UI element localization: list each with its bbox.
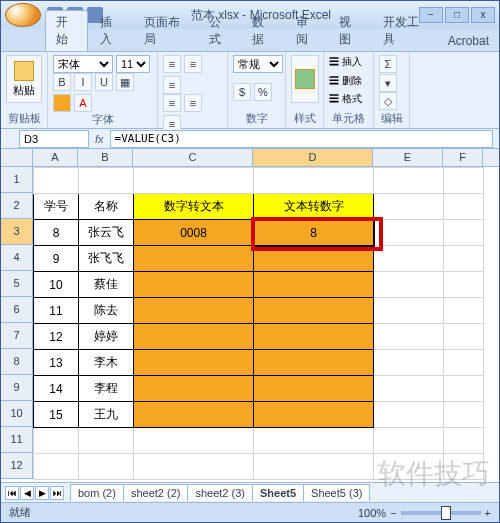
- row-header-8[interactable]: 8: [1, 349, 32, 375]
- cell-C12[interactable]: [134, 454, 254, 480]
- cell-C3[interactable]: 0008: [134, 220, 254, 246]
- fill-button[interactable]: ▾: [379, 74, 397, 92]
- autosum-button[interactable]: Σ: [379, 55, 397, 73]
- cell-F7[interactable]: [444, 324, 484, 350]
- cell-C11[interactable]: [134, 428, 254, 454]
- col-header-E[interactable]: E: [373, 149, 443, 166]
- sheet-tab-1[interactable]: sheet2 (2): [123, 484, 189, 501]
- cell-C9[interactable]: [134, 376, 254, 402]
- italic-button[interactable]: I: [74, 73, 92, 91]
- row-header-7[interactable]: 7: [1, 323, 32, 349]
- cell-F4[interactable]: [444, 246, 484, 272]
- sheet-tab-2[interactable]: sheet2 (3): [187, 484, 253, 501]
- cell-style-button[interactable]: [291, 55, 319, 103]
- cell-E5[interactable]: [374, 272, 444, 298]
- paste-button[interactable]: 粘贴: [6, 55, 42, 103]
- cell-D12[interactable]: [254, 454, 374, 480]
- cell-C5[interactable]: [134, 272, 254, 298]
- align-mid-button[interactable]: ≡: [184, 55, 202, 73]
- col-header-B[interactable]: B: [78, 149, 133, 166]
- col-header-A[interactable]: A: [33, 149, 78, 166]
- formula-input[interactable]: =VALUE(C3): [110, 130, 493, 148]
- maximize-button[interactable]: □: [445, 7, 469, 23]
- currency-button[interactable]: $: [233, 83, 251, 101]
- percent-button[interactable]: %: [254, 83, 272, 101]
- office-button[interactable]: [5, 3, 41, 27]
- cell-D9[interactable]: [254, 376, 374, 402]
- row-header-5[interactable]: 5: [1, 271, 32, 297]
- cell-F8[interactable]: [444, 350, 484, 376]
- cell-A10[interactable]: 15: [34, 402, 79, 428]
- cell-C2[interactable]: 数字转文本: [134, 194, 254, 220]
- cell-B8[interactable]: 李木: [79, 350, 134, 376]
- cell-F10[interactable]: [444, 402, 484, 428]
- cell-E7[interactable]: [374, 324, 444, 350]
- zoom-slider[interactable]: [401, 511, 481, 515]
- cell-D5[interactable]: [254, 272, 374, 298]
- col-header-D[interactable]: D: [253, 149, 373, 166]
- zoom-out-button[interactable]: −: [390, 507, 396, 519]
- ribbon-tab-6[interactable]: 视图: [329, 11, 370, 51]
- cell-E8[interactable]: [374, 350, 444, 376]
- worksheet-grid[interactable]: ABCDEF 123456789101112 学号名称数字转文本文本转数字8张云…: [1, 149, 499, 482]
- fill-color-button[interactable]: [53, 94, 71, 112]
- format-cells-button[interactable]: ☰ 格式: [329, 92, 368, 105]
- cell-E1[interactable]: [374, 168, 444, 194]
- cell-B6[interactable]: 陈去: [79, 298, 134, 324]
- cell-D3[interactable]: 8: [254, 220, 374, 246]
- cell-A1[interactable]: [34, 168, 79, 194]
- align-top-button[interactable]: ≡: [163, 55, 181, 73]
- ribbon-tab-3[interactable]: 公式: [199, 11, 240, 51]
- cell-E2[interactable]: [374, 194, 444, 220]
- ribbon-tab-8[interactable]: Acrobat: [438, 31, 499, 51]
- cell-E3[interactable]: [374, 220, 444, 246]
- cell-A4[interactable]: 9: [34, 246, 79, 272]
- cell-C1[interactable]: [134, 168, 254, 194]
- underline-button[interactable]: U: [95, 73, 113, 91]
- cell-D6[interactable]: [254, 298, 374, 324]
- cell-F11[interactable]: [444, 428, 484, 454]
- cell-B9[interactable]: 李程: [79, 376, 134, 402]
- cell-B4[interactable]: 张飞飞: [79, 246, 134, 272]
- cell-C6[interactable]: [134, 298, 254, 324]
- number-format-select[interactable]: 常规: [233, 55, 283, 73]
- cell-B5[interactable]: 蔡佳: [79, 272, 134, 298]
- sheet-nav-first[interactable]: ⏮: [5, 486, 19, 500]
- cell-E9[interactable]: [374, 376, 444, 402]
- cell-E10[interactable]: [374, 402, 444, 428]
- cell-C10[interactable]: [134, 402, 254, 428]
- align-center-button[interactable]: ≡: [184, 94, 202, 112]
- row-header-4[interactable]: 4: [1, 245, 32, 271]
- bold-button[interactable]: B: [53, 73, 71, 91]
- border-button[interactable]: ▦: [116, 73, 134, 91]
- ribbon-tab-4[interactable]: 数据: [242, 11, 283, 51]
- row-header-12[interactable]: 12: [1, 453, 32, 479]
- col-header-C[interactable]: C: [133, 149, 253, 166]
- cell-D4[interactable]: [254, 246, 374, 272]
- cell-B1[interactable]: [79, 168, 134, 194]
- zoom-level[interactable]: 100%: [358, 507, 386, 519]
- cell-F6[interactable]: [444, 298, 484, 324]
- cell-A5[interactable]: 10: [34, 272, 79, 298]
- sheet-nav-prev[interactable]: ◀: [20, 486, 34, 500]
- cell-E11[interactable]: [374, 428, 444, 454]
- select-all-corner[interactable]: [1, 149, 33, 167]
- cell-B10[interactable]: 王九: [79, 402, 134, 428]
- cell-A7[interactable]: 12: [34, 324, 79, 350]
- cell-E6[interactable]: [374, 298, 444, 324]
- row-header-1[interactable]: 1: [1, 167, 32, 193]
- ribbon-tab-2[interactable]: 页面布局: [134, 11, 197, 51]
- cell-C4[interactable]: [134, 246, 254, 272]
- cell-D10[interactable]: [254, 402, 374, 428]
- col-header-F[interactable]: F: [443, 149, 483, 166]
- cell-A8[interactable]: 13: [34, 350, 79, 376]
- sheet-nav-next[interactable]: ▶: [35, 486, 49, 500]
- align-bot-button[interactable]: ≡: [163, 76, 181, 94]
- zoom-in-button[interactable]: +: [485, 507, 491, 519]
- cell-E12[interactable]: [374, 454, 444, 480]
- sheet-tab-0[interactable]: bom (2): [70, 484, 124, 501]
- ribbon-tab-7[interactable]: 开发工具: [373, 11, 436, 51]
- name-box[interactable]: D3: [19, 130, 89, 148]
- cell-D11[interactable]: [254, 428, 374, 454]
- cell-A6[interactable]: 11: [34, 298, 79, 324]
